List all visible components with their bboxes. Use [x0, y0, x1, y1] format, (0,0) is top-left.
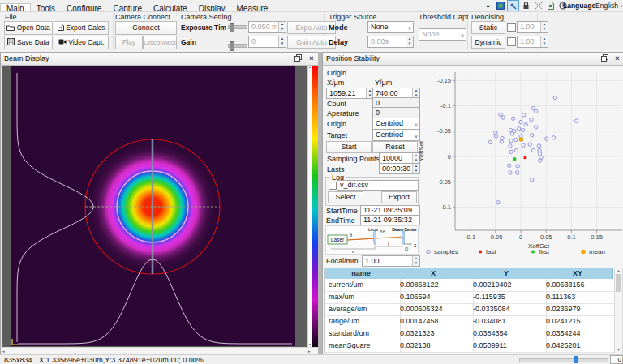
svg-text:Δθ: Δθ [380, 229, 385, 234]
lock-icon[interactable] [521, 1, 531, 11]
chevron-down-icon: ˅ [620, 4, 623, 9]
threshold-select[interactable]: None ˅ [419, 28, 466, 41]
save-data-button[interactable]: Save Data [4, 36, 53, 49]
exposure-input[interactable]: 0.050 ms ▲▼ [248, 21, 286, 33]
start-button[interactable]: Start [326, 141, 372, 153]
endtime-field[interactable]: 11-21 09:35:32 [360, 215, 420, 225]
table-header-X[interactable]: X [397, 268, 470, 279]
pin-icon[interactable] [507, 0, 519, 11]
table-cell: 0.0241215 [543, 315, 615, 328]
exposure-spinner[interactable]: ▲▼ [278, 22, 286, 32]
gain-input[interactable]: 0 ▲▼ [248, 36, 286, 48]
beam-panel-header[interactable]: Beam Display × [1, 53, 319, 66]
static-denoise-input[interactable]: 1.00 ▲▼ [517, 21, 548, 33]
float-panel-icon[interactable] [601, 54, 609, 62]
folder-icon [6, 24, 15, 31]
zoom-slider[interactable] [519, 358, 608, 362]
table-header-Y[interactable]: Y [470, 268, 544, 279]
fit-window-icon[interactable] [533, 1, 544, 11]
exposure-slider[interactable] [228, 25, 247, 29]
origin-select[interactable]: Centriod ˅ [372, 118, 420, 130]
disconnect-button[interactable]: Disconnect [143, 36, 177, 49]
export-calcs-button[interactable]: Export Calcs [54, 21, 109, 35]
open-data-button[interactable]: Open Data [4, 21, 53, 35]
samples-point [510, 132, 513, 135]
sampling-points-input[interactable]: 10000 ▲▼ [379, 152, 420, 164]
dynamic-denoise-input[interactable]: 1.00 ▲▼ [517, 36, 548, 48]
float-panel-icon[interactable] [294, 54, 303, 62]
group-title-camera-connect: Camera Connect [115, 13, 170, 21]
samples-point [528, 143, 531, 146]
dynamic-denoise-checkbox[interactable] [507, 37, 516, 46]
samples-point [531, 134, 534, 137]
dynamic-denoise-spinner[interactable]: ▲▼ [540, 36, 548, 47]
table-header-name[interactable]: name [325, 268, 397, 279]
scroll-right-icon[interactable]: ▸ [308, 349, 311, 353]
static-denoise-spinner[interactable]: ▲▼ [540, 22, 548, 32]
stability-panel-header[interactable]: Position Stability × [323, 53, 623, 66]
lasts-input[interactable]: 00:00:30 ▲▼ [379, 163, 420, 174]
svg-text:θ: θ [350, 233, 352, 238]
collapse-ribbon-icon[interactable]: ▴ [483, 1, 493, 11]
language-value: English [595, 2, 618, 10]
group-title-file: File [5, 13, 17, 21]
scroll-left-icon[interactable]: ◂ [2, 349, 5, 353]
table-cell: 0.0236979 [543, 303, 615, 316]
trigger-delay-spinner[interactable]: ▲▼ [406, 36, 413, 47]
samples-point [517, 126, 520, 130]
mean-point [519, 138, 523, 142]
origin-x-input[interactable]: 1059.21 ▲▼ [326, 88, 374, 99]
table-cell: 0.00219402 [470, 279, 547, 292]
table-header-XY[interactable]: XY [543, 268, 613, 279]
static-denoise-button[interactable]: Static [471, 21, 505, 34]
video-capture-button[interactable]: Video Capt. [54, 36, 109, 49]
static-denoise-checkbox[interactable] [507, 23, 516, 32]
select-button[interactable]: Select [328, 191, 363, 203]
close-panel-icon[interactable]: × [613, 54, 621, 62]
log-file-checkbox[interactable] [329, 182, 337, 190]
samples-point [515, 171, 518, 174]
first-point [513, 157, 517, 161]
report-file-icon[interactable] [545, 1, 556, 11]
samples-point [514, 138, 518, 141]
export-button[interactable]: Export [381, 191, 417, 203]
display-theme-icon[interactable] [495, 1, 505, 11]
trigger-delay-input[interactable]: 0.00s ▲▼ [367, 36, 414, 48]
trigger-mode-select[interactable]: None ˅ [367, 21, 414, 33]
gain-slider-handle[interactable] [230, 41, 234, 51]
table-cell: 0.032138 [397, 340, 474, 353]
samples-point [514, 148, 518, 152]
starttime-label: StartTime [326, 207, 358, 216]
aperture-value: 0 [372, 107, 420, 118]
samples-point [509, 139, 513, 142]
target-select[interactable]: Centriod ˅ [372, 129, 420, 141]
legend-marker-samples [427, 250, 430, 253]
x-tick-label: 0.05 [540, 233, 552, 241]
gain-slider[interactable] [228, 44, 247, 48]
samples-point [531, 148, 535, 152]
exposure-label: Exposure Tim [181, 24, 226, 32]
y-tick-label: -0.05 [437, 127, 451, 135]
table-cell: 0.0354244 [543, 328, 615, 340]
beam-image[interactable] [11, 66, 295, 346]
zoom-slider-handle[interactable] [574, 356, 578, 363]
log-file-field[interactable]: v_dir.csv [337, 180, 419, 191]
connect-button[interactable]: Connect [115, 21, 177, 35]
image-size-status: 835x834 [4, 356, 32, 364]
reset-button[interactable]: Reset [372, 141, 418, 153]
cursor-coords-status: X:1.335696e+03um,Y:3.374891e+02um I:0; 0… [39, 356, 204, 364]
sampling-points-label: Sampling Points [327, 155, 380, 164]
language-select[interactable]: English ˅ [595, 2, 623, 10]
dynamic-denoise-button[interactable]: Dynamic [471, 36, 505, 49]
exposure-slider-handle[interactable] [230, 23, 234, 32]
play-button[interactable]: Play [115, 36, 143, 49]
close-panel-icon[interactable]: × [307, 54, 316, 62]
group-title-threshold: Threshold Capt. [419, 13, 470, 21]
gain-spinner[interactable]: ▲▼ [278, 36, 286, 47]
focal-input[interactable]: 1.00 ▲▼ [362, 255, 420, 267]
samples-point [524, 122, 527, 126]
legend-label-samples: samples [434, 248, 458, 255]
group-title-trigger: Trigger Source [329, 13, 376, 21]
table-vertical-scrollbar[interactable]: ▲ ▼ [614, 268, 623, 353]
video-camera-icon [58, 39, 67, 45]
